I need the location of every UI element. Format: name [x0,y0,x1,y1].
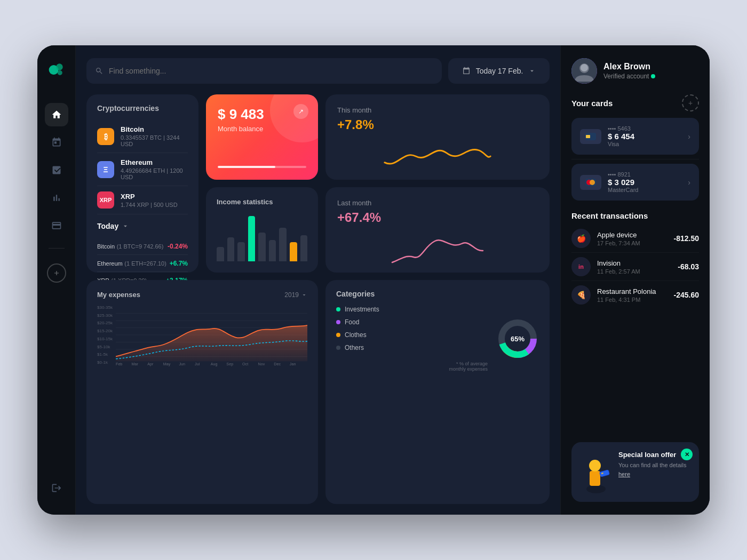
crypto-item-btc[interactable]: ₿ Bitcoin 0.3345537 BTC | 3244 USD [97,120,188,153]
cat-food: Food [336,318,488,326]
search-box[interactable] [86,58,442,84]
btc-name: Bitcoin [121,125,188,133]
today-section: Today Bitcoin (1 BTC=9 742.66) -0.24% Et… [97,222,188,289]
cards-title: Your cards [571,99,613,108]
this-month-value: +7.8% [337,117,538,132]
expenses-title: My expenses [97,291,140,299]
svg-point-33 [590,180,595,185]
bar-9 [300,235,308,262]
card-last4-visa: •••• 5463 [608,125,681,132]
crypto-item-eth[interactable]: Ξ Ethereum 4.49266684 ETH | 1200 USD [97,153,188,186]
search-icon [95,67,104,75]
sidebar-item-rates[interactable] [45,158,68,182]
svg-point-34 [586,485,606,493]
xrp-name: XRP [121,193,188,201]
svg-text:Oct: Oct [242,362,248,366]
tx-restaurant[interactable]: 🍕 Restaurant Polonia 11 Feb, 4:31 PM -24… [571,281,699,309]
profile-info: Alex Brown Verified account [603,62,655,80]
categories-list: Investments Food Clothes Others [336,306,488,372]
topbar: Today 17 Feb. [86,58,550,84]
bar-3 [237,242,245,261]
tx-invision-info: Invision 11 Feb, 2:57 AM [597,259,671,275]
verified-dot [651,74,655,78]
balance-card[interactable]: ↗ $ 9 483 Month balance [206,94,318,180]
crypto-item-xrp[interactable]: XRP XRP 1.744 XRP | 500 USD [97,186,188,214]
loan-close-button[interactable]: ✕ [681,449,693,460]
loan-title: Special loan offer [618,451,690,459]
bar-6 [269,240,276,262]
today-item-eth[interactable]: Ethereum (1 ETH=267.10) +6.7% [97,255,188,272]
card-mastercard[interactable]: •••• 8921 $ 3 029 MasterCard › [571,164,699,201]
bar-2 [227,237,235,261]
date-label: Today 17 Feb. [476,67,523,75]
dashboard-grid: ↗ $ 9 483 Month balance This month +7.8% [86,94,550,504]
date-selector[interactable]: Today 17 Feb. [448,58,550,84]
others-label: Others [345,344,364,351]
balance-arrow-icon: ↗ [293,104,308,119]
categories-content: Investments Food Clothes Others [336,306,539,372]
sidebar-item-analytics[interactable] [45,186,68,210]
eth-icon: Ξ [97,161,114,178]
card-chip-visa [580,129,601,144]
eth-sub: 4.49266684 ETH | 1200 USD [121,167,188,180]
search-input[interactable] [109,67,433,75]
main-content: Today 17 Feb. ↗ $ 9 483 Month balance Th… [76,45,560,515]
cat-others: Others [336,344,488,351]
last-month-title: Last month [337,199,538,207]
svg-text:Jan: Jan [290,362,296,366]
tx-restaurant-icon: 🍕 [571,285,591,305]
tx-invision[interactable]: in Invision 11 Feb, 2:57 AM -68.03 [571,253,699,281]
sidebar-item-calendar[interactable] [45,131,68,154]
logout-button[interactable] [45,476,68,500]
svg-text:Nov: Nov [258,362,265,366]
sidebar-add-button[interactable] [47,263,66,283]
expenses-card: My expenses 2019 $30-35k $25-30k $20-25k… [86,280,318,504]
chevron-down-icon [301,292,307,298]
profile-name: Alex Brown [603,62,655,71]
tx-invision-amount: -68.03 [678,262,699,271]
calendar-icon [462,67,471,75]
xrp-sub: 1.744 XRP | 500 USD [121,202,188,208]
svg-text:Jun: Jun [179,362,185,366]
profile-section: Alex Brown Verified account [571,58,699,84]
sidebar-divider [49,248,65,249]
svg-point-28 [581,64,588,71]
eth-name: Ethereum [121,158,188,166]
expenses-year: 2019 [284,291,307,299]
svg-point-2 [57,70,62,75]
tx-apple[interactable]: 🍎 Apple device 17 Feb, 7:34 AM -812.50 [571,225,699,253]
investments-label: Investments [345,306,379,313]
svg-text:Aug: Aug [211,362,218,366]
balance-progress-bar [218,166,306,168]
categories-title: Categories [336,290,539,298]
card-visa[interactable]: •••• 5463 $ 6 454 Visa › [571,118,699,155]
sidebar-item-cards[interactable] [45,214,68,237]
tx-apple-name: Apple device [597,231,667,239]
card-last4-mc: •••• 8921 [608,171,681,178]
your-cards-section: Your cards + •••• 5463 $ 6 454 Visa [571,94,699,201]
tx-apple-date: 17 Feb, 7:34 AM [597,240,667,246]
loan-link[interactable]: here [618,471,630,477]
add-card-button[interactable]: + [682,94,699,111]
today-title: Today [97,222,118,230]
sidebar-item-home[interactable] [45,103,68,126]
transactions-section: Recent transactions 🍎 Apple device 17 Fe… [571,211,699,309]
svg-text:Mar: Mar [132,362,139,366]
tx-apple-amount: -812.50 [674,234,699,243]
this-month-card: This month +7.8% [325,94,550,180]
svg-text:Sep: Sep [226,362,233,366]
food-label: Food [345,318,359,326]
card-details-visa: •••• 5463 $ 6 454 Visa [608,125,681,147]
expenses-svg-area: Feb Mar Apr May Jun Jul Aug Sep Oct Nov … [116,305,307,374]
verified-badge: Verified account [603,73,655,80]
crypto-info-xrp: XRP 1.744 XRP | 500 USD [121,193,188,208]
tx-restaurant-name: Restaurant Polonia [597,287,667,295]
donut-chart: 65% [496,317,539,360]
categories-card: Categories Investments Food [325,280,550,504]
y-axis: $30-35k $25-30k $20-25k $15-20k $10-15k … [97,305,116,374]
svg-rect-30 [586,135,590,138]
tx-restaurant-amount: -245.60 [674,291,699,299]
crypto-card: Cryptocurrencies ₿ Bitcoin 0.3345537 BTC… [86,94,198,273]
today-item-btc[interactable]: Bitcoin (1 BTC=9 742.66) -0.24% [97,238,188,255]
cat-clothes: Clothes [336,331,488,339]
